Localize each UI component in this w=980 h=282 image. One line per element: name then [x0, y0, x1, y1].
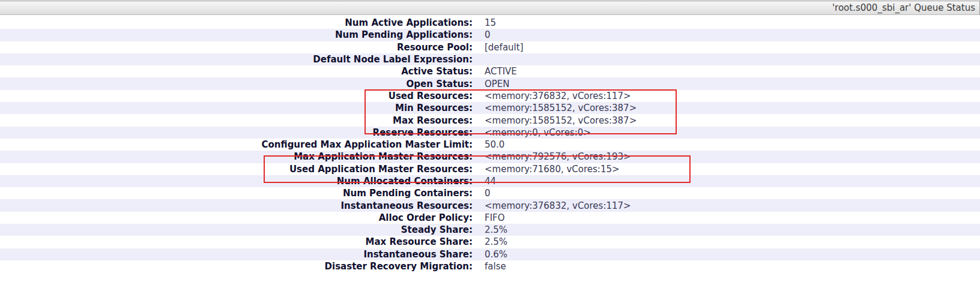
- row-value: <memory:1585152, vCores:387>: [473, 114, 980, 126]
- row-value: [default]: [473, 41, 980, 53]
- row-value: <memory:792576, vCores:193>: [473, 151, 980, 163]
- queue-status-table-body: Num Active Applications:15Num Pending Ap…: [0, 17, 980, 272]
- row-value: 2.5%: [473, 236, 980, 248]
- row-label: Configured Max Application Master Limit:: [0, 139, 473, 151]
- row-label: Max Resource Share:: [0, 236, 473, 248]
- row-value: 44: [473, 175, 980, 187]
- table-row: Used Resources:<memory:376832, vCores:11…: [0, 90, 980, 102]
- table-row: Used Application Master Resources:<memor…: [0, 163, 980, 175]
- row-value: <memory:376832, vCores:117>: [473, 199, 980, 211]
- table-row: Num Pending Applications:0: [0, 29, 980, 41]
- row-value: <memory:376832, vCores:117>: [473, 90, 980, 102]
- row-value: 2.5%: [473, 224, 980, 236]
- row-value: false: [473, 260, 980, 272]
- table-row: Configured Max Application Master Limit:…: [0, 139, 980, 151]
- table-row: Disaster Recovery Migration:false: [0, 260, 980, 272]
- table-row: Steady Share:2.5%: [0, 224, 980, 236]
- row-label: Num Pending Applications:: [0, 29, 473, 41]
- table-row: Num Allocated Containers:44: [0, 175, 980, 187]
- row-label: Max Resources:: [0, 114, 473, 126]
- row-label: Steady Share:: [0, 224, 473, 236]
- row-value: 15: [473, 17, 980, 29]
- row-value: <memory:1585152, vCores:387>: [473, 102, 980, 114]
- row-label: Active Status:: [0, 65, 473, 77]
- row-label: Reserve Resources:: [0, 127, 473, 139]
- row-value: 0: [473, 187, 980, 199]
- row-value: <memory:71680, vCores:15>: [473, 163, 980, 175]
- table-row: Num Pending Containers:0: [0, 187, 980, 199]
- table-row: Max Resources:<memory:1585152, vCores:38…: [0, 114, 980, 126]
- row-label: Max Application Master Resources:: [0, 151, 473, 163]
- row-value: 0: [473, 29, 980, 41]
- queue-status-title: 'root.s000_sbi_ar' Queue Status: [832, 2, 975, 13]
- row-value: 0.6%: [473, 248, 980, 260]
- queue-status-table: Num Active Applications:15Num Pending Ap…: [0, 17, 980, 272]
- table-row: Alloc Order Policy:FIFO: [0, 212, 980, 224]
- table-row: Default Node Label Expression:: [0, 53, 980, 65]
- row-label: Disaster Recovery Migration:: [0, 260, 473, 272]
- row-value: <memory:0, vCores:0>: [473, 127, 980, 139]
- table-row: Resource Pool:[default]: [0, 41, 980, 53]
- row-label: Num Allocated Containers:: [0, 175, 473, 187]
- row-label: Num Active Applications:: [0, 17, 473, 29]
- table-row: Min Resources:<memory:1585152, vCores:38…: [0, 102, 980, 114]
- row-value: [473, 53, 980, 65]
- row-label: Instantaneous Resources:: [0, 199, 473, 211]
- table-row: Max Resource Share:2.5%: [0, 236, 980, 248]
- row-label: Num Pending Containers:: [0, 187, 473, 199]
- row-label: Instantaneous Share:: [0, 248, 473, 260]
- table-row: Max Application Master Resources:<memory…: [0, 151, 980, 163]
- table-row: Open Status:OPEN: [0, 77, 980, 89]
- row-value: FIFO: [473, 212, 980, 224]
- table-row: Instantaneous Share:0.6%: [0, 248, 980, 260]
- row-value: 50.0: [473, 139, 980, 151]
- row-label: Open Status:: [0, 77, 473, 89]
- row-label: Resource Pool:: [0, 41, 473, 53]
- table-row: Reserve Resources:<memory:0, vCores:0>: [0, 127, 980, 139]
- row-label: Min Resources:: [0, 102, 473, 114]
- row-label: Default Node Label Expression:: [0, 53, 473, 65]
- table-row: Num Active Applications:15: [0, 17, 980, 29]
- row-label: Used Application Master Resources:: [0, 163, 473, 175]
- table-row: Active Status:ACTIVE: [0, 65, 980, 77]
- row-value: OPEN: [473, 77, 980, 89]
- queue-status-header: 'root.s000_sbi_ar' Queue Status: [0, 1, 980, 15]
- table-row: Instantaneous Resources:<memory:376832, …: [0, 199, 980, 211]
- row-label: Used Resources:: [0, 90, 473, 102]
- row-value: ACTIVE: [473, 65, 980, 77]
- row-label: Alloc Order Policy:: [0, 212, 473, 224]
